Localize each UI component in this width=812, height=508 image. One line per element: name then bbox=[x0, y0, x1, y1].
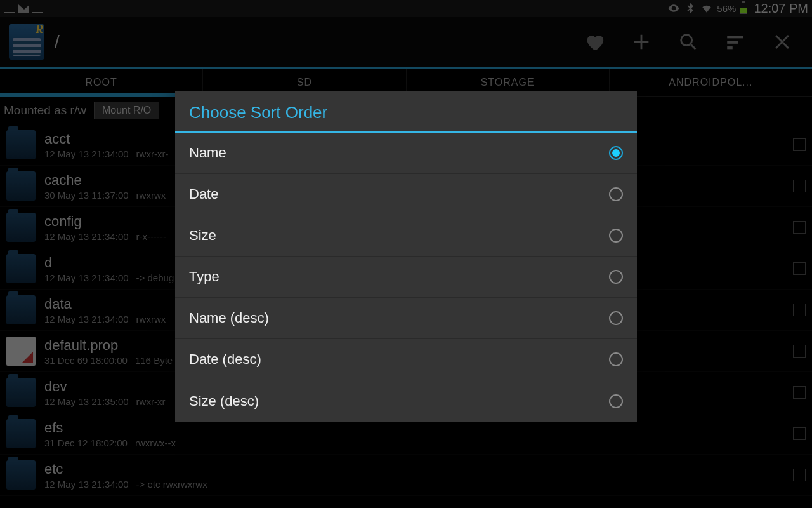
sort-option-size-desc-[interactable]: Size (desc) bbox=[175, 380, 637, 422]
radio-icon[interactable] bbox=[609, 311, 623, 325]
sort-option-label: Name bbox=[189, 145, 226, 161]
radio-icon[interactable] bbox=[609, 229, 623, 243]
sort-option-name-desc-[interactable]: Name (desc) bbox=[175, 298, 637, 339]
sort-dialog: Choose Sort Order NameDateSizeTypeName (… bbox=[175, 91, 637, 422]
sort-option-label: Date bbox=[189, 186, 218, 203]
sort-option-type[interactable]: Type bbox=[175, 257, 637, 298]
sort-option-date-desc-[interactable]: Date (desc) bbox=[175, 339, 637, 380]
sort-option-name[interactable]: Name bbox=[175, 133, 637, 174]
sort-option-size[interactable]: Size bbox=[175, 215, 637, 257]
sort-option-label: Type bbox=[189, 269, 219, 285]
dialog-list: NameDateSizeTypeName (desc)Date (desc)Si… bbox=[175, 133, 637, 422]
radio-icon[interactable] bbox=[609, 270, 623, 284]
sort-option-date[interactable]: Date bbox=[175, 174, 637, 215]
dialog-title: Choose Sort Order bbox=[175, 91, 637, 131]
radio-icon[interactable] bbox=[609, 394, 623, 408]
radio-icon[interactable] bbox=[609, 146, 623, 160]
sort-option-label: Size (desc) bbox=[189, 393, 259, 410]
sort-option-label: Date (desc) bbox=[189, 351, 261, 368]
sort-option-label: Size bbox=[189, 227, 216, 244]
radio-icon[interactable] bbox=[609, 187, 623, 201]
sort-option-label: Name (desc) bbox=[189, 310, 269, 326]
radio-icon[interactable] bbox=[609, 352, 623, 366]
